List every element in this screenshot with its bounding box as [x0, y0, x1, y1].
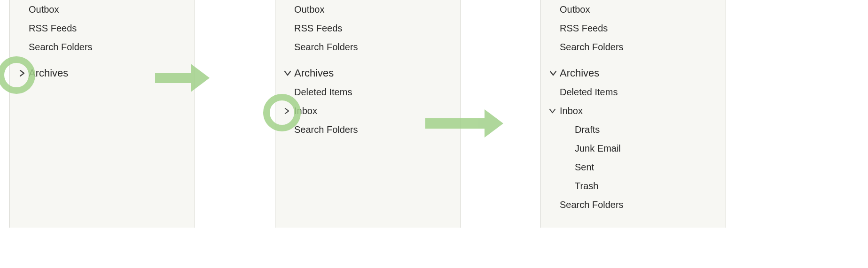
folder-drafts[interactable]: Drafts — [541, 120, 726, 139]
diagram-stage: Outbox RSS Feeds Search Folders Archives… — [0, 0, 868, 268]
folder-label: Inbox — [275, 101, 317, 120]
group-label: Archives — [10, 64, 68, 83]
group-archives[interactable]: Archives — [10, 64, 195, 83]
folder-inbox[interactable]: Inbox — [275, 101, 460, 120]
group-label: Archives — [541, 64, 599, 83]
nav-panel-3: Outbox RSS Feeds Search Folders Archives… — [540, 0, 726, 228]
folder-label: Drafts — [541, 120, 600, 139]
folder-search-folders-archive[interactable]: Search Folders — [275, 120, 460, 139]
folder-label: RSS Feeds — [275, 19, 342, 38]
group-archives[interactable]: Archives — [541, 64, 726, 83]
folder-search-folders[interactable]: Search Folders — [541, 38, 726, 56]
folder-rss-feeds[interactable]: RSS Feeds — [275, 19, 460, 38]
nav-panel-2: Outbox RSS Feeds Search Folders Archives… — [275, 0, 461, 228]
folder-label: Junk Email — [541, 139, 621, 158]
folder-label: Search Folders — [275, 120, 358, 139]
folder-rss-feeds[interactable]: RSS Feeds — [541, 19, 726, 38]
folder-label: Search Folders — [275, 38, 358, 56]
folder-label: Inbox — [541, 101, 583, 120]
folder-search-folders-archive[interactable]: Search Folders — [541, 195, 726, 214]
folder-search-folders[interactable]: Search Folders — [275, 38, 460, 56]
folder-label: Search Folders — [541, 195, 624, 214]
folder-sent[interactable]: Sent — [541, 158, 726, 176]
folder-deleted-items[interactable]: Deleted Items — [541, 83, 726, 101]
folder-label: RSS Feeds — [10, 19, 77, 38]
group-label: Archives — [275, 64, 334, 83]
folder-outbox[interactable]: Outbox — [10, 0, 195, 19]
folder-label: Trash — [541, 176, 598, 195]
folder-outbox[interactable]: Outbox — [275, 0, 460, 19]
folder-inbox[interactable]: Inbox — [541, 101, 726, 120]
folder-label: RSS Feeds — [541, 19, 608, 38]
folder-outbox[interactable]: Outbox — [541, 0, 726, 19]
spacer — [541, 56, 726, 64]
folder-label: Search Folders — [541, 38, 624, 56]
folder-junk-email[interactable]: Junk Email — [541, 139, 726, 158]
folder-label: Outbox — [541, 0, 590, 19]
group-archives[interactable]: Archives — [275, 64, 460, 83]
spacer — [10, 56, 195, 64]
folder-label: Outbox — [275, 0, 324, 19]
folder-label: Sent — [541, 158, 594, 176]
folder-label: Search Folders — [10, 38, 93, 56]
folder-label: Deleted Items — [541, 83, 618, 101]
folder-deleted-items[interactable]: Deleted Items — [275, 83, 460, 101]
folder-rss-feeds[interactable]: RSS Feeds — [10, 19, 195, 38]
folder-label: Outbox — [10, 0, 59, 19]
folder-label: Deleted Items — [275, 83, 352, 101]
folder-search-folders[interactable]: Search Folders — [10, 38, 195, 56]
spacer — [275, 56, 460, 64]
folder-trash[interactable]: Trash — [541, 176, 726, 195]
nav-panel-1: Outbox RSS Feeds Search Folders Archives — [9, 0, 195, 228]
